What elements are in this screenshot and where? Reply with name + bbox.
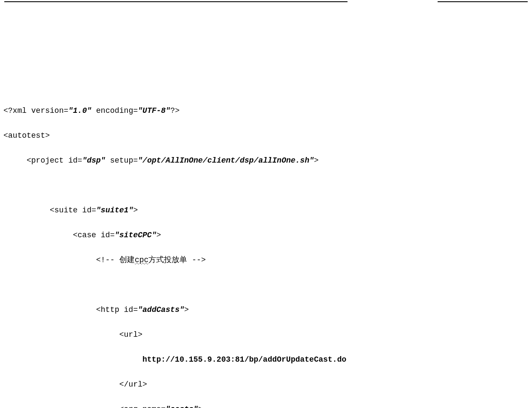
- suite-open-tag: <suite: [50, 206, 78, 215]
- blank-line: [3, 179, 532, 192]
- code-line: <http id="addCasts">: [3, 304, 532, 316]
- code-line: <case id="siteCPC">: [3, 229, 532, 242]
- code-line: <project id="dsp" setup="/opt/AllInOne/c…: [3, 154, 532, 167]
- project-open-tag: <project: [27, 156, 63, 165]
- top-rule-left: [4, 1, 348, 2]
- url-text: http://10.155.9.203:81/bp/addOrUpdateCas…: [142, 355, 346, 364]
- xml-code-block: <?xml version="1.0" encoding="UTF-8"?> <…: [3, 92, 532, 408]
- code-line: </url>: [3, 378, 532, 391]
- code-line: <autotest>: [3, 130, 532, 142]
- top-rule-right: [438, 1, 528, 2]
- code-line: <!-- 创建cpc方式投放单 -->: [3, 254, 532, 266]
- xml-comment-close: -->: [187, 256, 206, 264]
- code-line: <arg name="casts">: [3, 403, 532, 408]
- code-line: <?xml version="1.0" encoding="UTF-8"?>: [3, 105, 532, 117]
- url-open-tag: <url>: [119, 330, 142, 339]
- code-line: <url>: [3, 329, 532, 341]
- code-line: http://10.155.9.203:81/bp/addOrUpdateCas…: [3, 354, 532, 366]
- xml-declaration-open: <?xml: [3, 106, 27, 115]
- code-line: <suite id="suite1">: [3, 204, 532, 217]
- arg-open-tag: <arg: [119, 405, 138, 408]
- spellcheck-underline: cpc: [135, 256, 148, 264]
- url-close-tag: </url>: [119, 380, 147, 389]
- http-open-tag: <http: [96, 305, 119, 314]
- case-open-tag: <case: [73, 231, 96, 239]
- blank-line: [3, 279, 532, 291]
- xml-comment-open: <!--: [96, 256, 119, 264]
- autotest-open-tag: <autotest>: [3, 131, 50, 140]
